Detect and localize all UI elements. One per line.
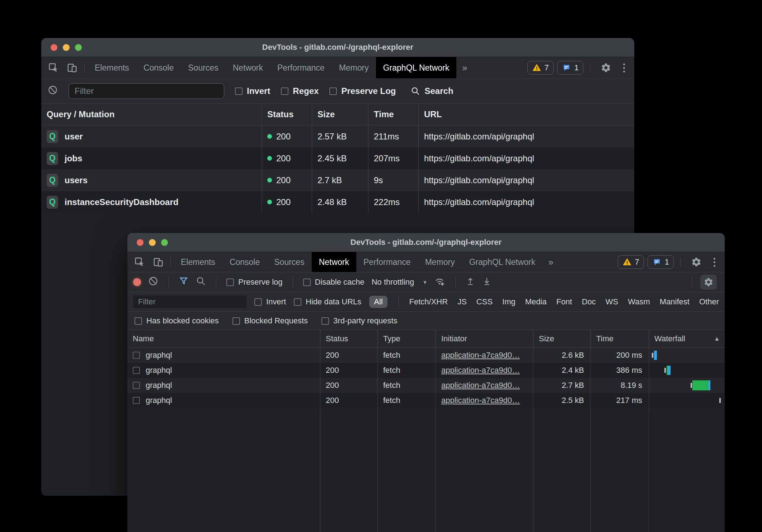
status-cell: 200 <box>320 378 378 393</box>
filter-type-font[interactable]: Font <box>556 297 572 307</box>
regex-checkbox[interactable]: Regex <box>281 86 319 96</box>
column-status[interactable]: Status <box>262 104 312 125</box>
preserve-log-checkbox[interactable]: Preserve log <box>226 277 283 287</box>
initiator-link[interactable]: application-a7ca9d0… <box>441 381 520 390</box>
table-row[interactable]: graphql 200 fetch application-a7ca9d0… 2… <box>127 393 725 408</box>
blocked-requests-checkbox[interactable]: Blocked Requests <box>232 316 308 326</box>
filter-type-js[interactable]: JS <box>457 297 467 307</box>
filter-type-other[interactable]: Other <box>699 297 719 307</box>
table-row[interactable]: graphql 200 fetch application-a7ca9d0… 2… <box>127 378 725 393</box>
initiator-link[interactable]: application-a7ca9d0… <box>441 366 520 375</box>
device-toolbar-icon[interactable] <box>149 252 168 272</box>
filter-type-manifest[interactable]: Manifest <box>660 297 690 307</box>
third-party-requests-checkbox[interactable]: 3rd-party requests <box>321 316 398 326</box>
column-query-mutation[interactable]: Query / Mutation <box>41 104 262 125</box>
tab-elements[interactable]: Elements <box>174 252 222 272</box>
table-row[interactable]: Quser 200 2.57 kB 211ms https://gitlab.c… <box>41 125 634 147</box>
table-row[interactable]: graphql 200 fetch application-a7ca9d0… 2… <box>127 348 725 363</box>
minimize-window-button[interactable] <box>149 239 156 246</box>
filter-type-img[interactable]: Img <box>502 297 516 307</box>
filter-type-media[interactable]: Media <box>525 297 547 307</box>
filter-type-all[interactable]: All <box>369 296 387 308</box>
zoom-window-button[interactable] <box>75 44 82 51</box>
network-filter-input[interactable] <box>133 295 246 308</box>
row-checkbox[interactable] <box>133 367 140 374</box>
tab-graphql-network[interactable]: GraphQL Network <box>376 57 457 79</box>
clear-icon[interactable] <box>48 85 58 97</box>
filter-type-fetch-xhr[interactable]: Fetch/XHR <box>409 297 448 307</box>
more-tabs-icon[interactable]: » <box>542 252 559 272</box>
network-settings-gear-icon[interactable] <box>700 275 717 290</box>
column-status[interactable]: Status <box>320 330 378 347</box>
column-initiator[interactable]: Initiator <box>436 330 533 347</box>
row-checkbox[interactable] <box>133 397 140 404</box>
hide-data-urls-checkbox[interactable]: Hide data URLs <box>294 297 361 307</box>
settings-gear-icon[interactable] <box>597 62 615 73</box>
kebab-menu-icon[interactable] <box>709 258 720 267</box>
column-type[interactable]: Type <box>378 330 436 347</box>
filter-type-wasm[interactable]: Wasm <box>628 297 650 307</box>
close-window-button[interactable] <box>137 239 144 246</box>
invert-checkbox[interactable]: Invert <box>254 297 286 307</box>
column-time[interactable]: Time <box>368 104 419 125</box>
minimize-window-button[interactable] <box>63 44 70 51</box>
tab-sources[interactable]: Sources <box>267 252 311 272</box>
record-network-log-button[interactable] <box>133 278 141 286</box>
filter-type-css[interactable]: CSS <box>476 297 493 307</box>
tab-console[interactable]: Console <box>222 252 267 272</box>
tab-memory[interactable]: Memory <box>332 57 376 79</box>
settings-gear-icon[interactable] <box>687 257 706 267</box>
column-url[interactable]: URL <box>419 104 634 125</box>
close-window-button[interactable] <box>51 44 57 51</box>
table-row[interactable]: Qjobs 200 2.45 kB 207ms https://gitlab.c… <box>41 147 634 169</box>
tab-performance[interactable]: Performance <box>270 57 332 79</box>
initiator-link[interactable]: application-a7ca9d0… <box>441 351 520 360</box>
clear-network-log-icon[interactable] <box>148 276 158 288</box>
filter-type-ws[interactable]: WS <box>606 297 618 307</box>
filter-funnel-icon[interactable] <box>179 276 189 288</box>
tab-network[interactable]: Network <box>226 57 270 79</box>
export-har-icon[interactable] <box>482 276 491 288</box>
inspect-element-icon[interactable] <box>44 57 63 79</box>
column-time[interactable]: Time <box>591 330 649 347</box>
network-conditions-icon[interactable] <box>434 276 445 289</box>
search-control[interactable]: Search <box>411 86 453 96</box>
filter-input[interactable] <box>69 83 224 99</box>
network-filter-row: Invert Hide data URLs All Fetch/XHR JS C… <box>127 292 725 312</box>
column-size[interactable]: Size <box>533 330 591 347</box>
initiator-link[interactable]: application-a7ca9d0… <box>441 396 520 405</box>
row-checkbox[interactable] <box>133 382 140 389</box>
has-blocked-cookies-checkbox[interactable]: Has blocked cookies <box>135 316 219 326</box>
warnings-badge[interactable]: 7 <box>527 61 554 75</box>
search-icon[interactable] <box>196 276 206 288</box>
invert-checkbox[interactable]: Invert <box>235 86 270 96</box>
tab-sources[interactable]: Sources <box>181 57 225 79</box>
tab-elements[interactable]: Elements <box>88 57 136 79</box>
kebab-menu-icon[interactable] <box>619 63 629 72</box>
column-waterfall[interactable]: Waterfall ▲ <box>649 330 725 347</box>
table-row[interactable]: graphql 200 fetch application-a7ca9d0… 2… <box>127 363 725 378</box>
tab-graphql-network[interactable]: GraphQL Network <box>462 252 543 272</box>
import-har-icon[interactable] <box>466 276 475 288</box>
issues-badge[interactable]: 1 <box>648 255 674 269</box>
disable-cache-checkbox[interactable]: Disable cache <box>303 277 364 287</box>
row-checkbox[interactable] <box>133 352 140 359</box>
tab-console[interactable]: Console <box>136 57 181 79</box>
warnings-badge[interactable]: 7 <box>618 255 644 269</box>
filter-type-doc[interactable]: Doc <box>582 297 596 307</box>
tab-memory[interactable]: Memory <box>418 252 462 272</box>
device-toolbar-icon[interactable] <box>63 57 81 79</box>
more-tabs-icon[interactable]: » <box>456 57 473 79</box>
preserve-log-checkbox[interactable]: Preserve Log <box>329 86 396 96</box>
network-toolbar: Preserve log Disable cache No throttling… <box>127 272 725 292</box>
column-size[interactable]: Size <box>312 104 368 125</box>
issues-badge[interactable]: 1 <box>557 61 583 75</box>
tab-performance[interactable]: Performance <box>356 252 418 272</box>
column-name[interactable]: Name <box>127 330 320 347</box>
tab-network[interactable]: Network <box>312 252 356 272</box>
table-row[interactable]: QinstanceSecurityDashboard 200 2.48 kB 2… <box>41 191 634 213</box>
zoom-window-button[interactable] <box>161 239 168 246</box>
inspect-element-icon[interactable] <box>130 252 149 272</box>
throttling-dropdown[interactable]: No throttling ▾ <box>372 277 427 287</box>
table-row[interactable]: Qusers 200 2.7 kB 9s https://gitlab.com/… <box>41 169 634 191</box>
